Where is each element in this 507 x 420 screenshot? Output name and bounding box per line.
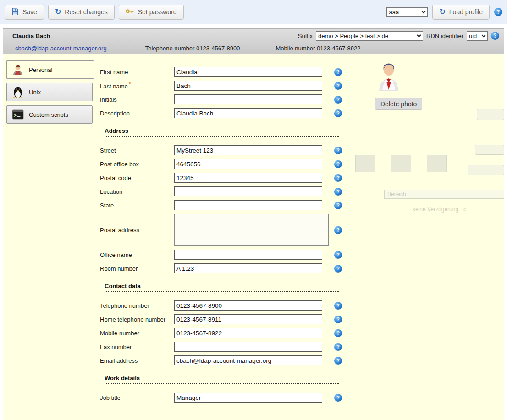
tab-unix[interactable]: Unix	[6, 83, 93, 101]
help-icon[interactable]: ?	[334, 82, 342, 90]
ghost-field: Bereich	[384, 190, 504, 199]
account-title: Claudia Bach	[12, 33, 50, 39]
toolbar-help-icon[interactable]: ?	[494, 8, 502, 16]
field-label: Postal address	[100, 227, 174, 234]
main-toolbar: Save ↻ Reset changes Set password aaa ↻ …	[0, 0, 507, 24]
last-name-input[interactable]	[174, 81, 322, 91]
field-label: Street	[100, 147, 174, 154]
tab-custom-scripts-label: Custom scripts	[29, 111, 68, 118]
tab-personal[interactable]: Personal	[6, 60, 94, 79]
save-label: Save	[22, 8, 37, 16]
post-office-box-input[interactable]	[174, 159, 322, 169]
field-label: First name	[100, 69, 174, 76]
field-label: Initials	[100, 96, 174, 103]
home-telephone-number-input[interactable]	[174, 314, 322, 324]
help-icon[interactable]: ?	[334, 96, 342, 104]
help-icon[interactable]: ?	[334, 160, 342, 168]
help-icon[interactable]: ?	[334, 329, 342, 337]
header-mobile: Mobile number 0123-4567-8922	[276, 45, 360, 52]
ghost-radio-icon: ○	[463, 206, 466, 213]
reset-label: Reset changes	[65, 8, 107, 16]
postal-code-input[interactable]	[174, 173, 322, 183]
set-password-label: Set password	[138, 8, 177, 16]
load-profile-label: Load profile	[449, 8, 483, 16]
form-row: Location ?	[100, 186, 357, 196]
postal-address-textarea[interactable]	[174, 214, 329, 246]
help-icon[interactable]: ?	[334, 302, 342, 310]
help-icon[interactable]: ?	[334, 147, 342, 154]
email-link[interactable]: cbach@ldap-account-manager.org	[15, 45, 107, 52]
fax-number-input[interactable]	[174, 342, 322, 352]
help-icon[interactable]: ?	[334, 188, 342, 196]
tux-penguin-icon	[11, 86, 24, 98]
state-input[interactable]	[174, 200, 322, 210]
location-input[interactable]	[174, 186, 322, 196]
load-profile-button[interactable]: ↻ Load profile	[432, 5, 490, 20]
office-name-input[interactable]	[174, 250, 322, 260]
help-icon[interactable]: ?	[334, 357, 342, 365]
help-icon[interactable]: ?	[334, 226, 342, 234]
load-profile-icon: ↻	[439, 8, 445, 16]
help-icon[interactable]: ?	[334, 251, 342, 259]
form-row: Mobile number ?	[100, 328, 357, 338]
form-row: First name ?	[100, 67, 357, 77]
email-address-input[interactable]	[174, 355, 322, 365]
initials-input[interactable]	[174, 94, 322, 104]
form-row: Email address ?	[100, 355, 357, 365]
section-contact-data: Contact data	[105, 283, 339, 292]
suffix-select[interactable]: demo > People > test > de	[316, 31, 423, 41]
job-title-input[interactable]	[174, 393, 322, 403]
form-row: Postal address ?	[100, 214, 357, 246]
profile-select[interactable]: aaa	[386, 7, 428, 17]
form-row: Street ?	[100, 145, 357, 155]
help-icon[interactable]: ?	[334, 343, 342, 351]
telephone-number-input[interactable]	[174, 300, 322, 311]
field-label: Room number	[100, 265, 174, 272]
field-label: Email address	[100, 357, 174, 364]
help-icon[interactable]: ?	[334, 316, 342, 323]
first-name-input[interactable]	[174, 67, 322, 77]
user-photo	[376, 61, 402, 93]
reset-icon: ↻	[55, 8, 61, 16]
mobile-number-input[interactable]	[174, 328, 322, 338]
form-row: Job title ?	[100, 393, 357, 403]
suffix-label: Suffix	[298, 33, 313, 39]
delete-photo-button[interactable]: Delete photo	[375, 98, 422, 110]
ghost-button	[468, 165, 504, 175]
field-label: Telephone number	[100, 302, 174, 309]
form-row: State ?	[100, 200, 357, 210]
help-icon[interactable]: ?	[334, 68, 342, 76]
section-work-details: Work details	[105, 375, 339, 384]
help-icon[interactable]: ?	[334, 109, 342, 117]
ghost-button	[477, 109, 504, 120]
field-label: Description	[100, 110, 174, 117]
help-icon[interactable]: ?	[334, 394, 342, 402]
set-password-button[interactable]: Set password	[119, 5, 184, 20]
main-content: Personal Unix Custom scripts Delete phot…	[3, 54, 504, 420]
save-button[interactable]: Save	[5, 5, 44, 20]
tab-custom-scripts[interactable]: Custom scripts	[6, 105, 93, 124]
required-marker: *	[129, 81, 131, 87]
street-input[interactable]	[174, 145, 322, 155]
form-row: Initials ?	[100, 94, 357, 104]
save-icon	[11, 8, 19, 16]
rdn-select[interactable]: uid	[467, 31, 488, 41]
ghost-thumbnail	[391, 155, 411, 172]
help-icon[interactable]: ?	[334, 202, 342, 209]
form-row: Telephone number ?	[100, 300, 357, 311]
rdn-label: RDN identifier	[426, 33, 463, 39]
terminal-icon	[11, 108, 24, 121]
field-label-text: Last name	[100, 83, 128, 90]
help-icon[interactable]: ?	[334, 265, 342, 273]
header-telephone: Telephone number 0123-4567-8900	[145, 45, 240, 52]
section-address: Address	[105, 127, 339, 137]
tab-personal-label: Personal	[29, 66, 52, 73]
room-number-input[interactable]	[174, 263, 322, 273]
ghost-radio-label: keine Verzögerung	[413, 206, 458, 213]
header-help-icon[interactable]: ?	[491, 32, 499, 40]
field-label: Office name	[100, 251, 174, 258]
help-icon[interactable]: ?	[334, 174, 342, 182]
description-input[interactable]	[174, 108, 322, 118]
ghost-field-label: Bereich	[387, 191, 406, 197]
reset-changes-button[interactable]: ↻ Reset changes	[48, 5, 115, 20]
